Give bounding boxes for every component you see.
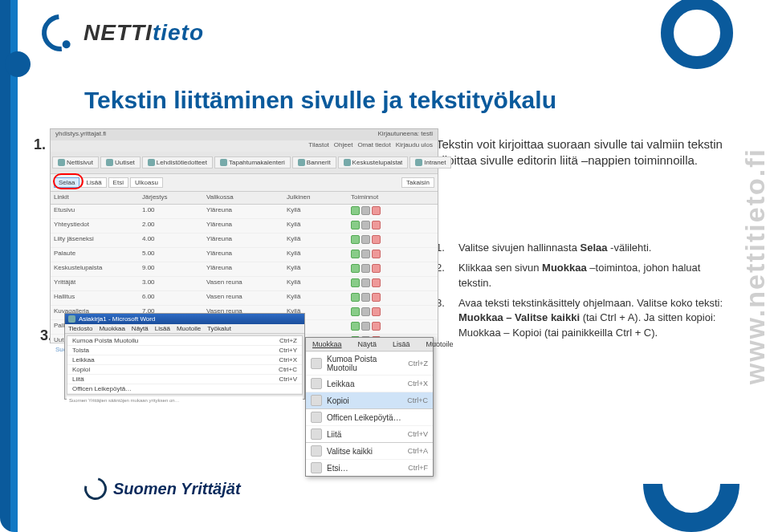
footer-swirl-icon (80, 473, 111, 504)
delete-icon[interactable] (372, 235, 381, 244)
word-menu-muotoile[interactable]: Muotoile (177, 325, 201, 332)
brand-logo: NETTItieto (42, 14, 204, 51)
news-icon (106, 159, 113, 166)
tool-takaisin[interactable]: Takaisin (401, 177, 434, 188)
edit-icon[interactable] (351, 264, 360, 273)
settings-icon[interactable] (361, 250, 370, 258)
selaa-highlight-ring (53, 173, 84, 189)
word-edit-item[interactable]: Kumoa Poista MuotoiluCtrl+Z (67, 336, 302, 346)
admin-table-header: Linkit Järjestys Valikossa Julkinen Toim… (51, 192, 438, 205)
tab-uutiset[interactable]: Uutiset (100, 156, 141, 169)
word-edit-item[interactable]: ToistaCtrl+Y (67, 346, 302, 355)
tool-lisaa[interactable]: Lisää (81, 177, 106, 188)
delete-icon[interactable] (372, 322, 381, 331)
admin-tools: Selaa Lisää Etsi Ulkoasu Takaisin (51, 174, 438, 192)
edit-icon[interactable] (351, 307, 360, 316)
topright-tilastot[interactable]: Tilastot (308, 141, 329, 151)
footer-logo: Suomen Yrittäjät (84, 477, 241, 500)
word-menu: Tiedosto Muokkaa Näytä Lisää Muotoile Ty… (65, 324, 304, 334)
word-menu-muokkaa[interactable]: Muokkaa (99, 325, 124, 332)
settings-icon[interactable] (361, 221, 370, 229)
word-menu-lisaa[interactable]: Lisää (155, 325, 170, 332)
admin-url: yhdistys.yrittajat.fi (55, 130, 106, 140)
word-edit-item[interactable]: LeikkaaCtrl+X (67, 355, 302, 365)
table-row: Palaute5.00YläreunaKyllä (51, 248, 438, 262)
settings-icon[interactable] (361, 322, 370, 331)
settings-icon[interactable] (361, 206, 370, 215)
topright-ohjeet[interactable]: Ohjeet (334, 141, 353, 151)
edit-icon[interactable] (351, 235, 360, 244)
bottom-disc (643, 436, 739, 532)
ctx-item[interactable]: KopioiCtrl+C (306, 392, 433, 408)
edit-icon[interactable] (351, 221, 360, 229)
ctx-item[interactable]: Kumoa Poista MuotoiluCtrl+Z (306, 351, 433, 375)
settings-icon[interactable] (361, 293, 370, 302)
edit-icon[interactable] (351, 322, 360, 331)
edit-icon[interactable] (351, 278, 360, 287)
ctx-item[interactable]: Etsi…Ctrl+F (306, 459, 433, 476)
delete-icon[interactable] (372, 221, 381, 229)
delete-icon[interactable] (372, 206, 381, 215)
ctx-item[interactable]: LiitäCtrl+V (306, 425, 433, 442)
word-edit-item[interactable]: LiitäCtrl+V (67, 375, 302, 384)
tab-intranet[interactable]: Intranet (409, 156, 451, 169)
ctx-item[interactable]: Valitse kaikkiCtrl+A (306, 442, 433, 459)
settings-icon[interactable] (361, 307, 370, 316)
delete-icon[interactable] (372, 278, 381, 287)
word-icon (68, 315, 75, 323)
ctx-head-muokkaa[interactable]: Muokkaa (309, 339, 345, 349)
edit-icon[interactable] (351, 293, 360, 302)
word-menu-tyokalut[interactable]: Työkalut (207, 325, 231, 332)
col-linkit: Linkit (54, 193, 142, 202)
delete-icon[interactable] (372, 307, 381, 316)
brand-right: tieto (153, 20, 204, 45)
edit-icon[interactable] (351, 206, 360, 215)
find-icon (311, 462, 322, 473)
word-edit-item[interactable]: KopioiCtrl+C (67, 365, 302, 375)
tab-lehdisto[interactable]: Lehdistötiedotteet (142, 156, 213, 169)
topright-logout[interactable]: Kirjaudu ulos (396, 141, 433, 151)
intranet-icon (415, 159, 422, 166)
table-row: Yrittäjät3.00Vasen reunaKyllä (51, 277, 438, 291)
settings-icon[interactable] (361, 278, 370, 287)
tab-bannerit[interactable]: Bannerit (292, 156, 336, 169)
step-3: 3. Avaa teksti tekstinkäsittely ohjelmaa… (436, 296, 725, 342)
delete-icon[interactable] (372, 293, 381, 302)
admin-tabs: Nettisivut Uutiset Lehdistötiedotteet Ta… (51, 152, 438, 174)
ctx-head-muotoile[interactable]: Muotoile (423, 339, 457, 349)
tab-nettisivut[interactable]: Nettisivut (52, 156, 99, 169)
admin-topright: Tilastot Ohjeet Omat tiedot Kirjaudu ulo… (51, 140, 438, 152)
banner-icon (298, 159, 305, 166)
table-row: Yhteystiedot2.00YläreunaKyllä (51, 219, 438, 234)
edit-icon[interactable] (351, 250, 360, 258)
clipboard-icon (311, 412, 322, 423)
ctx-item[interactable]: Officen Leikepöytä… (306, 408, 433, 425)
table-row: Keskustelupalsta9.00YläreunaKyllä (51, 262, 438, 277)
step-3-text: Avaa teksti tekstinkäsittely ohjelmaan. … (458, 296, 725, 342)
settings-icon[interactable] (361, 264, 370, 273)
delete-icon[interactable] (372, 264, 381, 273)
topright-omat[interactable]: Omat tiedot (357, 141, 390, 151)
tab-keskustelu[interactable]: Keskustelupalstat (338, 156, 409, 169)
word-body-text: Suomen Yrittäjien sääntöjen mukaan yrity… (67, 396, 303, 420)
word-edit-submenu: Kumoa Poista MuotoiluCtrl+ZToistaCtrl+YL… (67, 335, 303, 395)
word-edit-item[interactable]: Officen Leikepöytä… (67, 384, 302, 394)
cut-icon (311, 378, 322, 389)
word-screenshot: Asiakirja1 - Microsoft Word Tiedosto Muo… (64, 313, 305, 400)
ctx-item[interactable]: LeikkaaCtrl+X (306, 375, 433, 392)
tab-tapahtuma[interactable]: Tapahtumakalenteri (214, 156, 291, 169)
settings-icon[interactable] (361, 235, 370, 244)
tool-ulkoasu[interactable]: Ulkoasu (130, 177, 163, 188)
table-row: Etusivu1.00YläreunaKyllä (51, 205, 438, 219)
table-row: Liity jäseneksi4.00YläreunaKyllä (51, 234, 438, 248)
brand-text: NETTItieto (84, 20, 204, 46)
ctx-head-nayta[interactable]: Näytä (355, 339, 381, 349)
intro-text: Tekstin voit kirjoittaa suoraan sivulle … (436, 136, 725, 169)
delete-icon[interactable] (372, 250, 381, 258)
tool-etsi[interactable]: Etsi (108, 177, 128, 188)
col-jarjestys: Järjestys (142, 193, 206, 202)
word-menu-nayta[interactable]: Näytä (132, 325, 149, 332)
word-menu-tiedosto[interactable]: Tiedosto (68, 325, 92, 332)
copy-icon (311, 395, 322, 406)
ctx-head-lisaa[interactable]: Lisää (389, 339, 414, 349)
